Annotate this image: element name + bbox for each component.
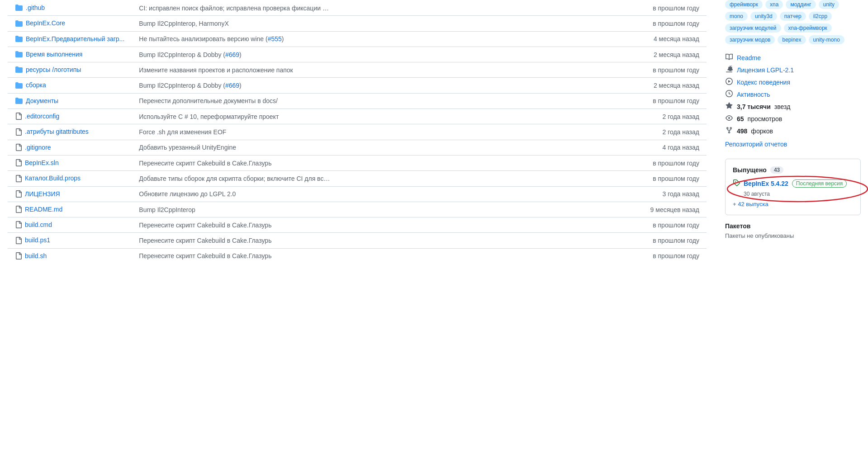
topic-tag[interactable]: загрузчик модулей bbox=[725, 24, 781, 33]
topic-tag[interactable]: il2cpp bbox=[809, 12, 832, 21]
folder-icon bbox=[15, 35, 23, 42]
sidebar-meta: Readme Лицензия LGPL-2.1 Кодекс поведени… bbox=[725, 52, 861, 150]
folder-name-link[interactable]: сборка bbox=[26, 81, 46, 89]
commit-message: Добавить урезанный UnityEngine bbox=[132, 140, 349, 155]
file-name-link[interactable]: README.md bbox=[25, 206, 62, 213]
topics-section: фреймворкxnaмоддингunitymonounity3dпатче… bbox=[725, 0, 861, 44]
forks-count: 498 bbox=[737, 127, 747, 135]
conduct-link[interactable]: Кодекс поведения bbox=[737, 79, 790, 86]
commit-time: в прошлом году bbox=[349, 155, 707, 170]
commit-time: 4 года назад bbox=[349, 140, 707, 155]
commit-message: Перенесите скрипт Cakebuild в Cake.Глазу… bbox=[132, 248, 349, 264]
releases-title: Выпущено bbox=[733, 166, 767, 174]
file-name-link[interactable]: BepInEx.sln bbox=[25, 159, 59, 166]
topic-tag[interactable]: xna-фреймворк bbox=[784, 24, 832, 33]
packages-section: Пакетов Пакеты не опубликованы bbox=[725, 222, 861, 239]
commit-time: 2 года назад bbox=[349, 109, 707, 124]
releases-count-badge: 43 bbox=[770, 166, 783, 174]
watchers-count: 65 bbox=[737, 115, 744, 123]
commit-message: Добавьте типы сборок для скрипта сборки;… bbox=[132, 171, 349, 186]
topic-tag[interactable]: bepinex bbox=[778, 35, 806, 44]
table-row: README.mdBump Il2CppInterop9 месяцев наз… bbox=[8, 202, 707, 217]
fork-icon bbox=[725, 127, 733, 135]
latest-release-item: BepInEx 5.4.22 Последняя версия bbox=[733, 179, 853, 188]
commit-ref-link[interactable]: #669 bbox=[225, 82, 239, 89]
folder-icon bbox=[15, 4, 23, 11]
readme-link[interactable]: Readme bbox=[737, 54, 761, 61]
topic-tag[interactable]: unity3d bbox=[750, 12, 777, 21]
folder-icon bbox=[15, 97, 23, 104]
table-row: build.ps1Перенесите скрипт Cakebuild в C… bbox=[8, 233, 707, 248]
commit-message: Перенесите скрипт Cakebuild в Cake.Глазу… bbox=[132, 217, 349, 233]
eye-icon bbox=[725, 114, 733, 123]
star-icon bbox=[725, 102, 733, 111]
commit-ref-link[interactable]: #555 bbox=[268, 35, 282, 42]
commit-message: Перенесите скрипт Cakebuild в Cake.Глазу… bbox=[132, 233, 349, 248]
commit-message: Force .sh для изменения EOF bbox=[132, 124, 349, 140]
table-row: BepInEx.slnПеренесите скрипт Cakebuild в… bbox=[8, 155, 707, 170]
forks-label: форков bbox=[751, 127, 773, 135]
balance-icon bbox=[725, 66, 733, 74]
commit-message: Bump Il2CppInterop & Dobby (#669) bbox=[132, 47, 349, 62]
topic-tag[interactable]: xna bbox=[765, 0, 783, 9]
file-icon bbox=[15, 144, 22, 151]
file-name-link[interactable]: .editorconfig bbox=[25, 113, 59, 120]
file-name-link[interactable]: .атрибуты gitattributes bbox=[25, 128, 89, 135]
folder-name-link[interactable]: ВерInEx.Предварительный загр... bbox=[26, 35, 124, 42]
topic-tag[interactable]: загрузчик модов bbox=[725, 35, 775, 44]
file-icon bbox=[15, 128, 22, 136]
book-icon bbox=[725, 53, 733, 62]
license-link[interactable]: Лицензия LGPL-2.1 bbox=[737, 66, 794, 74]
folder-name-link[interactable]: Время выполнения bbox=[26, 51, 82, 58]
activity-link[interactable]: Активность bbox=[737, 91, 770, 98]
commit-message: Обновите лицензию до LGPL 2.0 bbox=[132, 186, 349, 202]
topic-tag[interactable]: unity-mono bbox=[809, 35, 844, 44]
table-row: Время выполненияBump Il2CppInterop & Dob… bbox=[8, 47, 707, 62]
folder-name-link[interactable]: ресурсы /логотипы bbox=[26, 66, 81, 73]
packages-desc: Пакеты не опубликованы bbox=[725, 232, 861, 239]
topic-tag[interactable]: фреймворк bbox=[725, 0, 763, 9]
file-name-link[interactable]: build.cmd bbox=[25, 221, 52, 228]
file-icon bbox=[15, 113, 22, 120]
table-row: .githubCI: исправлен поиск файлов; испра… bbox=[8, 0, 707, 16]
report-repo-link[interactable]: Репозиторий отчетов bbox=[725, 141, 787, 148]
file-icon bbox=[15, 175, 22, 182]
commit-message: Bump Il2CppInterop & Dobby (#669) bbox=[132, 78, 349, 93]
table-row: ДокументыПеренести дополнительные докуме… bbox=[8, 93, 707, 108]
commit-time: в прошлом году bbox=[349, 16, 707, 31]
file-name-link[interactable]: Каталог.Build.props bbox=[25, 175, 81, 182]
tag-icon bbox=[733, 179, 740, 188]
folder-name-link[interactable]: BepInEx.Core bbox=[26, 19, 65, 27]
table-row: .атрибуты gitattributesForce .sh для изм… bbox=[8, 124, 707, 140]
topic-tag[interactable]: mono bbox=[725, 12, 748, 21]
folder-name-link[interactable]: .github bbox=[26, 4, 45, 11]
commit-time: в прошлом году bbox=[349, 62, 707, 78]
commit-message: Bump Il2CppInterop bbox=[132, 202, 349, 217]
file-name-link[interactable]: .gitignore bbox=[25, 144, 51, 151]
file-name-link[interactable]: ЛИЦЕНЗИЯ bbox=[25, 190, 60, 198]
commit-message: Не пытайтесь анализировать версию wine (… bbox=[132, 31, 349, 47]
topic-tag[interactable]: патчер bbox=[780, 12, 806, 21]
commit-ref-link[interactable]: #669 bbox=[225, 51, 239, 58]
topic-tag[interactable]: unity bbox=[819, 0, 839, 9]
table-row: BepInEx.CoreBump Il2CppInterop, HarmonyX… bbox=[8, 16, 707, 31]
table-row: build.shПеренесите скрипт Cakebuild в Ca… bbox=[8, 248, 707, 264]
file-table: .githubCI: исправлен поиск файлов; испра… bbox=[7, 0, 707, 264]
folder-name-link[interactable]: Документы bbox=[26, 97, 58, 104]
commit-time: в прошлом году bbox=[349, 171, 707, 186]
topic-tag[interactable]: моддинг bbox=[786, 0, 816, 9]
table-row: build.cmdПеренесите скрипт Cakebuild в C… bbox=[8, 217, 707, 233]
annotation-circle bbox=[723, 174, 868, 204]
file-name-link[interactable]: build.ps1 bbox=[25, 236, 50, 244]
file-icon bbox=[15, 190, 22, 198]
file-name-link[interactable]: build.sh bbox=[25, 252, 47, 259]
commit-message: Перенести дополнительные документы в doc… bbox=[132, 93, 349, 108]
folder-icon bbox=[15, 66, 23, 73]
commit-time: 2 месяца назад bbox=[349, 47, 707, 62]
table-row: Каталог.Build.propsДобавьте типы сборок … bbox=[8, 171, 707, 186]
more-releases-link[interactable]: + 42 выпуска bbox=[733, 201, 853, 208]
commit-time: в прошлом году bbox=[349, 217, 707, 233]
release-date: 30 августа bbox=[744, 191, 770, 197]
releases-section: Выпущено 43 BepInEx 5.4.22 Последняя вер… bbox=[725, 159, 861, 215]
release-name-link[interactable]: BepInEx 5.4.22 bbox=[744, 180, 788, 187]
